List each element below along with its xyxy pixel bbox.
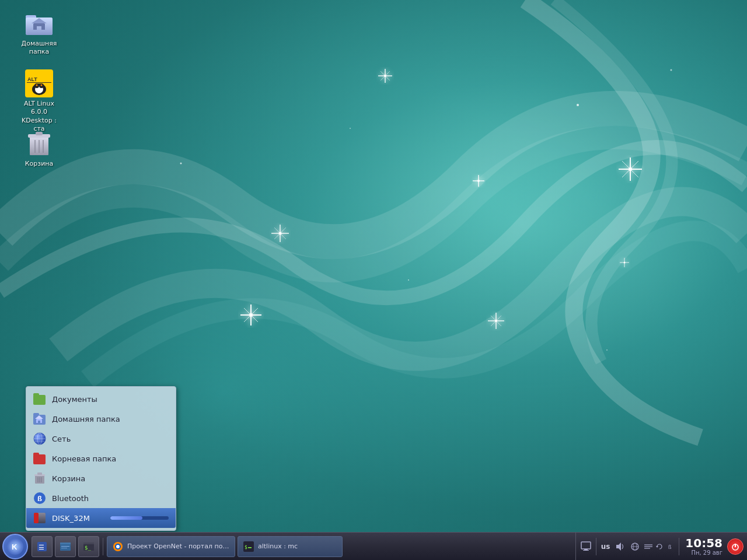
desktop-icon-trash[interactable]: Корзина — [13, 127, 65, 170]
svg-point-6 — [384, 75, 386, 77]
svg-line-17 — [244, 308, 258, 322]
svg-rect-102 — [581, 542, 591, 549]
home-menu-label: Домашняя папка — [52, 415, 120, 424]
svg-line-22 — [491, 316, 501, 326]
terminal-icon: $ — [243, 541, 254, 552]
svg-point-33 — [180, 163, 182, 164]
taskbar-button-1[interactable]: ☰ — [32, 536, 53, 557]
start-button[interactable]: K — [2, 534, 28, 559]
menu-item-network[interactable]: Сеть — [26, 429, 176, 449]
svg-rect-61 — [33, 393, 39, 396]
taskbar: K ☰ $_ — [0, 532, 747, 560]
svg-text:ALT: ALT — [27, 76, 37, 82]
trash-menu-icon — [33, 472, 46, 485]
taskbar-sep-1 — [103, 538, 103, 555]
bluetooth-label: Bluetooth — [52, 494, 89, 503]
svg-marker-112 — [656, 546, 658, 548]
trash-label: Корзина — [25, 160, 53, 168]
svg-point-38 — [606, 349, 608, 351]
tray-tools-group: ß — [644, 544, 675, 550]
svg-line-30 — [622, 161, 638, 177]
svg-line-4 — [381, 71, 390, 80]
svg-point-19 — [249, 313, 253, 317]
menu-item-bluetooth[interactable]: ß Bluetooth — [26, 488, 176, 508]
svg-rect-91 — [61, 546, 69, 547]
svg-rect-72 — [33, 454, 46, 464]
svg-text:K: K — [12, 542, 18, 551]
svg-rect-103 — [584, 549, 588, 550]
network-icon — [33, 432, 46, 445]
menu-item-disk[interactable]: DISK_32M — [26, 508, 176, 528]
tray-refresh-icon[interactable] — [655, 544, 664, 550]
desktop: Домашняя папка ALT ALT Linux 6.0.0 KDesk… — [0, 0, 747, 560]
terminal-window-label: altlinux : mc — [258, 542, 298, 550]
svg-rect-63 — [33, 413, 39, 416]
svg-text:☰: ☰ — [39, 544, 44, 551]
svg-rect-56 — [36, 132, 43, 135]
svg-line-5 — [381, 71, 390, 80]
disk-icon — [33, 512, 46, 524]
taskbar-button-2[interactable] — [55, 536, 76, 557]
svg-point-27 — [624, 262, 626, 264]
svg-point-37 — [671, 69, 672, 71]
svg-rect-101 — [248, 547, 252, 548]
svg-point-52 — [41, 85, 43, 86]
svg-line-9 — [274, 228, 286, 239]
desktop-icon-home[interactable]: Домашняя папка — [13, 7, 65, 59]
tray-volume-icon[interactable] — [613, 540, 626, 553]
svg-line-31 — [622, 161, 638, 177]
svg-point-35 — [350, 128, 351, 129]
root-label: Корневая папка — [52, 454, 116, 463]
altlinux-icon: ALT — [25, 69, 53, 97]
tray-network-icon[interactable] — [629, 540, 641, 553]
start-button-inner: K — [7, 538, 23, 555]
svg-line-18 — [244, 308, 258, 322]
tray-tool1-icon[interactable] — [644, 544, 653, 550]
svg-line-10 — [274, 228, 286, 239]
context-menu: Документы Домашняя папка — [26, 386, 176, 531]
trash-icon — [25, 130, 53, 158]
taskbar-window-firefox[interactable]: Проект OpenNet - портал по открытому ПО,… — [107, 536, 235, 557]
documents-icon — [33, 393, 46, 405]
system-tray: us — [575, 533, 747, 560]
desktop-icon-altlinux[interactable]: ALT ALT Linux 6.0.0 KDesktop : ста — [13, 67, 65, 135]
tray-lang[interactable]: us — [600, 542, 612, 551]
home-folder-icon — [25, 9, 53, 37]
home-menu-icon — [33, 412, 46, 425]
disk-progress — [110, 516, 169, 520]
root-folder-icon — [33, 452, 46, 465]
svg-rect-92 — [61, 548, 67, 548]
disk-label: DISK_32M — [52, 514, 104, 523]
clock-date: Пн, 29 авг — [691, 550, 722, 556]
svg-text:ß: ß — [668, 544, 672, 550]
taskbar-button-3[interactable]: $_ — [78, 536, 99, 557]
trash-menu-label: Корзина — [52, 474, 85, 483]
bluetooth-icon: ß — [33, 492, 46, 505]
tray-monitor-icon[interactable] — [580, 540, 592, 553]
taskbar-window-terminal[interactable]: $ altlinux : mc — [238, 536, 343, 557]
menu-item-documents[interactable]: Документы — [26, 389, 176, 409]
svg-point-98 — [116, 545, 120, 548]
menu-item-root[interactable]: Корневая папка — [26, 449, 176, 468]
svg-rect-94 — [83, 542, 94, 544]
svg-point-24 — [495, 320, 497, 322]
svg-text:ß: ß — [37, 494, 42, 503]
svg-point-14 — [477, 180, 480, 182]
firefox-icon — [112, 541, 124, 552]
svg-marker-105 — [616, 542, 621, 551]
svg-point-51 — [36, 85, 38, 86]
svg-rect-73 — [33, 453, 39, 456]
svg-rect-46 — [27, 82, 51, 83]
svg-text:$_: $_ — [85, 545, 91, 551]
system-clock[interactable]: 10:58 Пн, 29 авг — [683, 537, 725, 556]
svg-point-34 — [408, 279, 409, 281]
menu-item-trash[interactable]: Корзина — [26, 468, 176, 488]
svg-rect-76 — [37, 473, 42, 475]
documents-label: Документы — [52, 395, 97, 404]
menu-item-home[interactable]: Домашняя папка — [26, 409, 176, 429]
svg-point-11 — [279, 232, 282, 235]
power-button[interactable] — [727, 538, 743, 555]
svg-line-23 — [491, 316, 501, 326]
tray-bluetooth-tray-icon[interactable]: ß — [666, 544, 675, 550]
clock-time: 10:58 — [685, 537, 722, 550]
